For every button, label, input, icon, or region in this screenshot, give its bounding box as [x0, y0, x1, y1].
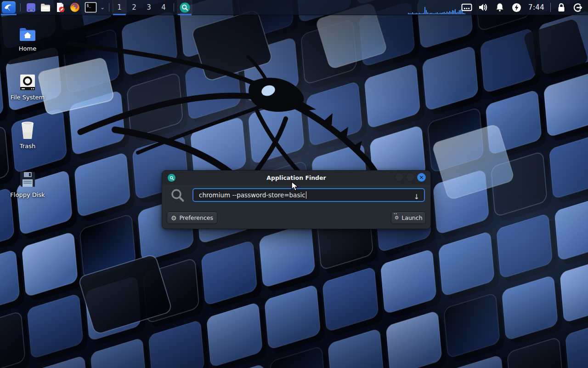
- drive-icon: [19, 74, 36, 91]
- home-folder-icon: [19, 27, 36, 42]
- applications-menu-button[interactable]: [0, 0, 17, 15]
- cpu-graph-bar: [426, 10, 427, 14]
- close-icon: ✕: [419, 174, 424, 181]
- desktop-icon-home[interactable]: Home: [2, 27, 53, 52]
- trash-icon: [18, 121, 37, 140]
- window-title: Application Finder: [162, 174, 430, 181]
- application-finder-window: Application Finder ✕ chromium --password…: [162, 170, 431, 229]
- launcher-firefox[interactable]: [68, 0, 82, 15]
- desktop-icon-label: Home: [19, 45, 36, 52]
- cpu-graph-bar: [424, 7, 425, 14]
- desktop-icon-trash[interactable]: Trash: [2, 121, 53, 150]
- cpu-graph-bar: [441, 13, 442, 14]
- cpu-graph-bar: [449, 11, 450, 14]
- cpu-graph-bar: [456, 12, 457, 14]
- maximize-button[interactable]: [406, 173, 415, 182]
- cpu-graph-bar: [423, 13, 424, 14]
- cpu-graph-bar: [445, 13, 446, 14]
- cpu-graph-bar: [447, 12, 447, 14]
- power-manager-tray-button[interactable]: [508, 0, 525, 15]
- desktop-icon-label: File System: [11, 94, 45, 101]
- dialog-buttons: ⚙ Preferences ⚙ Launch: [167, 212, 426, 224]
- cpu-graph-bar: [444, 12, 445, 14]
- logout-button[interactable]: [570, 0, 586, 15]
- tray-separator: [550, 3, 551, 12]
- preferences-label: Preferences: [180, 214, 214, 221]
- cpu-graph-bar: [453, 11, 454, 14]
- bell-icon: [495, 3, 504, 12]
- cpu-graph-bar: [408, 13, 409, 14]
- cpu-graph-bar: [430, 13, 431, 14]
- cpu-graph-bar: [411, 13, 412, 14]
- dropdown-arrow-icon[interactable]: ↓: [413, 191, 419, 203]
- launcher-terminal[interactable]: $_: [82, 0, 99, 15]
- cpu-graph-bar: [440, 13, 441, 14]
- workspace-3-button[interactable]: 3: [141, 0, 156, 15]
- search-input[interactable]: chromium --password-store=basic ↓: [192, 188, 425, 202]
- launch-gear-icon: ⚙: [394, 215, 399, 220]
- cpu-graph-bar: [431, 13, 432, 14]
- search-icon: [170, 188, 185, 203]
- cpu-graph-bar: [420, 13, 421, 14]
- cpu-graph-bar: [438, 13, 439, 14]
- mouse-cursor: [291, 181, 300, 192]
- workspace-label: 3: [147, 3, 151, 12]
- clock[interactable]: 7:44: [525, 3, 548, 12]
- close-button[interactable]: ✕: [417, 173, 426, 182]
- cpu-graph-bar: [448, 12, 449, 14]
- system-tray: 7:44: [458, 0, 588, 15]
- volume-tray-button[interactable]: [475, 0, 492, 15]
- network-tray-button[interactable]: [458, 0, 475, 15]
- floppy-disk-icon: [18, 170, 37, 189]
- desktop-icon-label: Floppy Disk: [10, 191, 45, 198]
- workspace-2-button[interactable]: 2: [127, 0, 141, 15]
- folder-icon: [40, 3, 51, 12]
- workspace-1-button[interactable]: 1: [112, 0, 127, 15]
- cpu-graph-monitor[interactable]: [408, 0, 467, 14]
- workspace-label: 1: [117, 3, 122, 12]
- gear-icon: ⚙: [171, 215, 177, 221]
- launcher-app-window[interactable]: [23, 0, 38, 15]
- cpu-graph-bar: [413, 13, 414, 14]
- launch-button[interactable]: ⚙ Launch: [391, 212, 426, 224]
- search-input-value: chromium --password-store=basic: [199, 191, 305, 199]
- launcher-file-manager[interactable]: [38, 0, 53, 15]
- cpu-graph-bar: [409, 13, 410, 14]
- volume-icon: [478, 3, 488, 12]
- cpu-graph-bar: [435, 13, 436, 14]
- cpu-graph-bar: [415, 13, 416, 14]
- workspace-label: 4: [161, 3, 166, 12]
- desktop-icon-file-system[interactable]: File System: [2, 74, 53, 101]
- launcher-text-editor[interactable]: [53, 0, 68, 15]
- preferences-button[interactable]: ⚙ Preferences: [167, 212, 217, 224]
- panel-separator: [109, 3, 109, 12]
- lock-screen-button[interactable]: [553, 0, 570, 15]
- taskbar-application-finder[interactable]: [177, 0, 192, 15]
- logout-icon: [573, 3, 583, 12]
- terminal-icon: $_: [85, 2, 97, 13]
- launch-label: Launch: [401, 214, 422, 221]
- terminal-dropdown-button[interactable]: ⌄: [99, 0, 106, 15]
- minimize-button[interactable]: [395, 173, 404, 182]
- desktop-icon-label: Trash: [20, 143, 35, 150]
- notifications-tray-button[interactable]: [492, 0, 508, 15]
- cpu-graph-bar: [433, 13, 434, 14]
- active-underline: [113, 14, 126, 15]
- panel-separator: [174, 3, 174, 12]
- text-caret: [306, 191, 306, 199]
- workspace-label: 2: [132, 3, 136, 12]
- cpu-graph-bar: [437, 12, 438, 14]
- active-underline: [1, 14, 17, 15]
- workspace-4-button[interactable]: 4: [156, 0, 171, 15]
- desktop-icon-floppy-disk[interactable]: Floppy Disk: [2, 170, 53, 198]
- bottom-shade: [0, 285, 588, 368]
- cpu-graph-bar: [455, 9, 456, 14]
- cpu-graph-bar: [427, 12, 428, 14]
- cpu-graph-bar: [434, 13, 435, 14]
- cpu-graph-bar: [429, 13, 430, 14]
- panel-separator: [20, 3, 21, 12]
- power-flash-icon: [512, 3, 521, 12]
- cpu-graph-bar: [416, 13, 417, 14]
- firefox-icon: [70, 2, 80, 12]
- cpu-graph-bar: [422, 13, 423, 14]
